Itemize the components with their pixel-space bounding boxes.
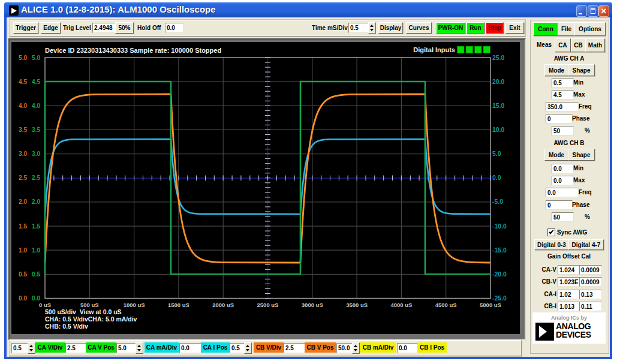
svg-text:CHA: 0.5 V/divCHA: 5.0 mA/div: CHA: 0.5 V/divCHA: 5.0 mA/div (45, 315, 137, 323)
svg-text:1500 uS: 1500 uS (168, 302, 189, 308)
svg-text:Device ID 23230313430333 Sampl: Device ID 23230313430333 Sample rate: 10… (45, 47, 221, 54)
svg-text:CHB: 0.5 V/div: CHB: 0.5 V/div (45, 323, 88, 330)
svg-text:0.0: 0.0 (492, 174, 501, 181)
svg-text:3000 uS: 3000 uS (302, 302, 323, 308)
svg-text:4.5: 4.5 (32, 79, 40, 85)
svg-text:5.0: 5.0 (492, 150, 501, 157)
svg-text:2500 uS: 2500 uS (257, 302, 279, 308)
svg-text:-25.0: -25.0 (492, 294, 507, 302)
svg-text:1.0: 1.0 (19, 247, 27, 254)
svg-text:3.0: 3.0 (32, 151, 40, 157)
svg-text:1000 uS: 1000 uS (124, 302, 145, 308)
svg-text:20.0: 20.0 (492, 78, 505, 85)
svg-text:4.0: 4.0 (32, 103, 40, 109)
svg-text:-5.0: -5.0 (492, 198, 503, 205)
svg-text:3.0: 3.0 (19, 151, 27, 157)
svg-text:-15.0: -15.0 (492, 246, 507, 254)
svg-text:5.0: 5.0 (19, 55, 27, 61)
svg-text:1.0: 1.0 (32, 247, 40, 254)
svg-text:-20.0: -20.0 (492, 270, 507, 278)
svg-text:3.5: 3.5 (32, 127, 40, 133)
svg-text:0.0: 0.0 (32, 295, 40, 302)
svg-text:0 uS: 0 uS (39, 302, 51, 308)
svg-text:5000 uS: 5000 uS (480, 302, 501, 308)
svg-text:15.0: 15.0 (492, 102, 505, 109)
svg-text:4.0: 4.0 (19, 103, 27, 109)
svg-text:25.0: 25.0 (492, 54, 505, 61)
svg-text:-10.0: -10.0 (492, 222, 507, 230)
svg-text:Digital Inputs: Digital Inputs (413, 46, 455, 53)
svg-text:2.0: 2.0 (19, 198, 27, 205)
svg-text:10.0: 10.0 (492, 126, 505, 133)
svg-text:500 uS: 500 uS (80, 302, 99, 308)
svg-text:3500 uS: 3500 uS (346, 302, 368, 308)
svg-text:3.5: 3.5 (19, 127, 27, 133)
svg-text:4.5: 4.5 (19, 79, 27, 85)
svg-text:2.5: 2.5 (32, 175, 40, 181)
svg-text:500 uS/div View at 0.0 uS: 500 uS/div View at 0.0 uS (45, 308, 122, 315)
svg-text:5.0: 5.0 (32, 55, 40, 61)
svg-text:2000 uS: 2000 uS (212, 302, 234, 308)
svg-text:2.5: 2.5 (19, 175, 27, 181)
svg-text:0.5: 0.5 (32, 271, 40, 278)
svg-text:1.5: 1.5 (19, 223, 27, 230)
svg-text:1.5: 1.5 (32, 223, 40, 230)
svg-text:4000 uS: 4000 uS (390, 302, 412, 308)
svg-text:0.0: 0.0 (19, 295, 27, 302)
svg-text:0.5: 0.5 (19, 271, 27, 278)
svg-text:4500 uS: 4500 uS (435, 302, 457, 308)
svg-text:2.0: 2.0 (32, 198, 40, 205)
